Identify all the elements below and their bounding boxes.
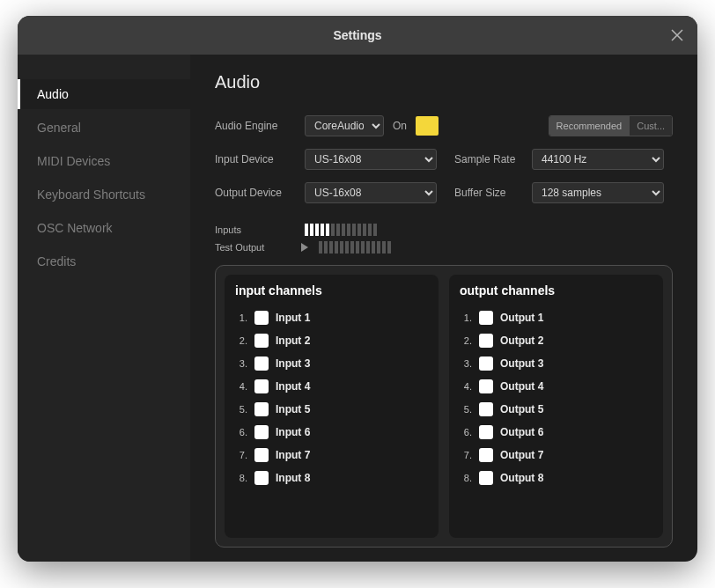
output-channel-row: 5.Output 5 <box>460 398 649 421</box>
channel-checkbox[interactable] <box>479 311 493 325</box>
channel-name: Output 5 <box>500 403 543 415</box>
output-channels-panel: output channels 1.Output 12.Output 23.Ou… <box>449 275 663 538</box>
output-channel-row: 6.Output 6 <box>460 421 649 444</box>
close-icon <box>670 28 684 42</box>
channel-number: 8. <box>460 473 472 483</box>
output-device-select[interactable]: US-16x08 <box>305 182 437 203</box>
channel-checkbox[interactable] <box>254 471 269 485</box>
input-device-select[interactable]: US-16x08 <box>305 149 437 170</box>
meter-bar <box>335 241 338 254</box>
channel-number: 3. <box>235 358 247 369</box>
channel-number: 7. <box>460 450 472 460</box>
channel-checkbox[interactable] <box>479 471 493 485</box>
input-row: Input Device US-16x08 Sample Rate 44100 … <box>215 149 673 170</box>
channel-checkbox[interactable] <box>254 402 269 416</box>
engine-status-swatch[interactable] <box>416 116 439 136</box>
input-channel-row: 8.Input 8 <box>235 467 424 489</box>
meters-block: Inputs Test Output <box>215 221 673 256</box>
channel-checkbox[interactable] <box>479 448 493 462</box>
channel-number: 8. <box>235 473 247 483</box>
channel-checkbox[interactable] <box>479 334 493 348</box>
output-row: Output Device US-16x08 Buffer Size 128 s… <box>215 182 673 203</box>
channel-checkbox[interactable] <box>479 356 493 371</box>
output-channels-list[interactable]: 1.Output 12.Output 23.Output 34.Output 4… <box>460 306 652 529</box>
channel-number: 6. <box>235 427 247 437</box>
sample-rate-label: Sample Rate <box>454 153 523 165</box>
meter-bar <box>305 224 308 236</box>
meter-bar <box>347 224 350 236</box>
sample-rate-select[interactable]: 44100 Hz <box>532 149 664 170</box>
channel-number: 7. <box>235 450 247 460</box>
meter-bar <box>387 241 391 254</box>
preset-custom-button[interactable]: Cust... <box>630 116 672 136</box>
meter-bar <box>315 224 319 236</box>
sidebar-item-keyboard-shortcuts[interactable]: Keyboard Shortcuts <box>18 180 190 209</box>
output-device-label: Output Device <box>215 187 296 199</box>
channel-checkbox[interactable] <box>254 356 269 371</box>
preset-group: Recommended Cust... <box>549 115 673 136</box>
channel-name: Output 3 <box>500 357 543 370</box>
audio-engine-select[interactable]: CoreAudio <box>305 115 384 136</box>
settings-window: Settings Audio General MIDI Devices Keyb… <box>18 16 697 562</box>
preset-recommended-button[interactable]: Recommended <box>549 116 630 136</box>
meter-bar <box>372 241 375 254</box>
meter-bar <box>326 224 329 236</box>
inputs-meter-row: Inputs <box>215 221 673 239</box>
channel-checkbox[interactable] <box>479 402 493 416</box>
input-channel-row: 1.Input 1 <box>235 306 424 329</box>
meter-bar <box>329 241 333 254</box>
sidebar-item-label: Audio <box>37 87 69 101</box>
channel-name: Input 8 <box>276 472 310 484</box>
audio-engine-row: Audio Engine CoreAudio On Recommended Cu… <box>215 115 673 136</box>
channel-number: 3. <box>460 358 472 369</box>
channel-name: Output 4 <box>500 380 543 393</box>
engine-on-label: On <box>393 120 407 132</box>
input-channels-title: input channels <box>235 283 428 298</box>
output-channels-title: output channels <box>460 283 652 298</box>
output-channel-row: 8.Output 8 <box>460 467 649 489</box>
sidebar-item-midi-devices[interactable]: MIDI Devices <box>18 146 190 176</box>
input-channels-list[interactable]: 1.Input 12.Input 23.Input 34.Input 45.In… <box>235 306 428 529</box>
channel-checkbox[interactable] <box>254 448 269 462</box>
meter-bar <box>352 224 356 236</box>
play-icon[interactable] <box>301 243 308 252</box>
sidebar-item-audio[interactable]: Audio <box>18 79 190 109</box>
channel-checkbox[interactable] <box>479 425 493 439</box>
sidebar-item-credits[interactable]: Credits <box>18 246 190 276</box>
channel-name: Input 2 <box>276 334 310 347</box>
sidebar-item-label: Keyboard Shortcuts <box>37 187 145 202</box>
meter-bar <box>336 224 340 236</box>
output-channel-row: 4.Output 4 <box>460 375 649 398</box>
channel-name: Output 1 <box>500 312 543 324</box>
sidebar-item-label: General <box>37 121 81 135</box>
buffer-size-select[interactable]: 128 samples <box>532 182 664 203</box>
channel-name: Input 4 <box>276 380 310 393</box>
output-channel-row: 7.Output 7 <box>460 444 649 467</box>
sidebar: Audio General MIDI Devices Keyboard Shor… <box>18 55 190 562</box>
output-channel-row: 1.Output 1 <box>460 306 649 329</box>
sidebar-item-general[interactable]: General <box>18 113 190 143</box>
meter-bar <box>345 241 349 254</box>
channel-number: 4. <box>235 381 247 392</box>
channel-name: Input 3 <box>276 357 310 370</box>
input-level-meter <box>305 224 377 236</box>
channel-checkbox[interactable] <box>254 311 269 325</box>
close-button[interactable] <box>669 27 685 43</box>
meter-bar <box>356 241 359 254</box>
meter-bar <box>361 241 365 254</box>
meter-bar <box>310 224 313 236</box>
meter-bar <box>319 241 322 254</box>
sidebar-item-osc-network[interactable]: OSC Network <box>18 213 190 243</box>
meter-bar <box>373 224 377 236</box>
channel-name: Output 7 <box>500 449 543 461</box>
sidebar-item-label: OSC Network <box>37 221 113 235</box>
channel-checkbox[interactable] <box>254 379 269 393</box>
output-channel-row: 3.Output 3 <box>460 352 649 375</box>
meter-bar <box>363 224 366 236</box>
test-output-row: Test Output <box>215 239 673 256</box>
channel-checkbox[interactable] <box>479 379 493 393</box>
audio-engine-label: Audio Engine <box>215 120 296 132</box>
channel-checkbox[interactable] <box>254 425 269 439</box>
meter-bar <box>342 224 345 236</box>
channel-checkbox[interactable] <box>254 334 269 348</box>
